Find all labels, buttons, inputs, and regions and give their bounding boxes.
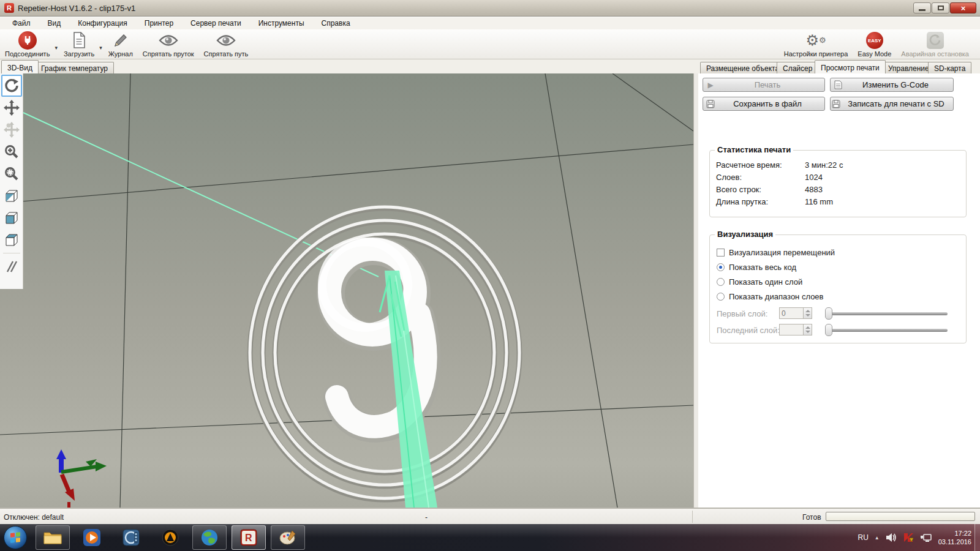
hide-travel-button[interactable]: Спрятать путь xyxy=(199,29,254,59)
taskbar-browser-button[interactable] xyxy=(192,525,227,550)
windows-logo-icon xyxy=(10,532,20,543)
connect-button[interactable]: Подсоединить xyxy=(0,29,55,59)
zoom-button[interactable] xyxy=(1,141,22,163)
edit-gcode-button[interactable]: Изменить G-Code xyxy=(830,78,954,92)
move-object-button[interactable] xyxy=(1,119,22,141)
tray-chevron-icon[interactable]: ▲ xyxy=(875,535,880,541)
tab-sd-card[interactable]: SD-карта xyxy=(928,62,971,74)
taskbar-explorer-button[interactable] xyxy=(36,525,70,550)
antivirus-icon[interactable]: ! xyxy=(903,532,914,543)
plug-icon xyxy=(18,31,37,50)
svg-text:!: ! xyxy=(911,538,911,542)
print-button[interactable]: ▶ Печать xyxy=(703,78,825,92)
last-layer-slider[interactable] xyxy=(825,324,948,336)
statistics-title: Статистика печати xyxy=(715,145,793,154)
show-layer-range-label: Показать диапазон слоев xyxy=(729,292,824,301)
show-all-code-radio[interactable] xyxy=(717,263,725,271)
show-all-code-label: Показать весь код xyxy=(729,263,796,272)
stat-value-filament: 116 mm xyxy=(805,197,833,206)
tab-control[interactable]: Управление xyxy=(882,62,935,74)
repetier-cube-icon: R xyxy=(239,528,258,547)
gears-icon: ⚙⚙ xyxy=(805,31,826,50)
rotate-view-button[interactable] xyxy=(1,75,22,97)
menu-config[interactable]: Конфигурация xyxy=(69,18,136,29)
fit-view-button[interactable] xyxy=(1,163,22,185)
load-button[interactable]: Загрузить xyxy=(59,29,99,59)
tab-temperature-graph[interactable]: График температур xyxy=(35,62,114,74)
slider-track xyxy=(830,312,948,315)
show-single-layer-radio[interactable] xyxy=(717,278,725,286)
show-desktop-button[interactable] xyxy=(974,524,980,551)
taskbar-media-player-button[interactable] xyxy=(75,525,109,550)
show-single-layer-label: Показать один слой xyxy=(729,277,802,287)
save-icon xyxy=(703,100,718,108)
menu-help[interactable]: Справка xyxy=(313,18,359,29)
minimize-icon xyxy=(919,9,925,11)
slider-thumb[interactable] xyxy=(825,307,832,320)
print-bed xyxy=(0,73,693,508)
parallel-projection-icon xyxy=(4,258,20,274)
move-view-button[interactable] xyxy=(1,97,22,119)
network-icon[interactable] xyxy=(920,532,932,543)
ready-status: Готов xyxy=(802,513,821,522)
menu-print-server[interactable]: Сервер печати xyxy=(182,18,250,29)
last-layer-spinner[interactable] xyxy=(804,324,812,335)
tab-row: 3D-Вид График температур Размещение объе… xyxy=(0,59,980,73)
tab-print-preview[interactable]: Просмотр печати xyxy=(815,60,886,73)
tab-object-placement[interactable]: Размещение объекта xyxy=(700,62,785,74)
panel-splitter[interactable] xyxy=(693,73,698,508)
menu-printer[interactable]: Принтер xyxy=(136,18,182,29)
last-layer-label: Последний слой: xyxy=(717,326,780,335)
log-button[interactable]: Журнал xyxy=(104,29,138,59)
status-separator xyxy=(692,511,693,523)
taskbar-media-classic-button[interactable] xyxy=(114,525,148,550)
minimize-button[interactable] xyxy=(913,2,931,13)
save-to-file-button[interactable]: Сохранить в файл xyxy=(703,97,825,111)
tray-time: 17:22 xyxy=(938,529,971,538)
stat-label-lines: Всего строк: xyxy=(716,185,761,194)
maximize-button[interactable] xyxy=(932,2,949,13)
document-icon xyxy=(72,31,86,50)
close-button[interactable]: × xyxy=(950,2,976,13)
tray-clock[interactable]: 17:22 03.11.2016 xyxy=(938,529,971,546)
toolbar-separator xyxy=(3,253,20,253)
last-layer-input[interactable] xyxy=(779,324,804,335)
start-button[interactable] xyxy=(4,526,27,549)
parallel-projection-button[interactable] xyxy=(1,255,22,277)
top-view-button[interactable] xyxy=(1,229,22,251)
menu-view[interactable]: Вид xyxy=(39,18,70,29)
front-view-button[interactable] xyxy=(1,207,22,229)
window-title: Repetier-Host V1.6.2 - clip175-v1 xyxy=(18,4,135,13)
first-layer-spinner[interactable] xyxy=(804,307,812,319)
sd-save-icon xyxy=(831,100,842,108)
show-travel-checkbox[interactable] xyxy=(717,249,725,257)
volume-icon[interactable] xyxy=(886,533,897,542)
top-cube-icon xyxy=(4,232,20,248)
visualization-title: Визуализация xyxy=(715,230,775,239)
first-layer-slider[interactable] xyxy=(825,307,948,320)
stat-label-filament: Длина прутка: xyxy=(716,197,768,206)
printer-settings-button[interactable]: ⚙⚙ Настройки принтера xyxy=(779,29,853,59)
easy-mode-button[interactable]: EASY Easy Mode xyxy=(853,29,896,59)
tab-slicer[interactable]: Слайсер xyxy=(777,62,818,74)
svg-text:R: R xyxy=(245,533,252,543)
taskbar-paint-button[interactable] xyxy=(271,525,305,550)
tab-3d-view[interactable]: 3D-Вид xyxy=(1,60,39,73)
menu-tools[interactable]: Инструменты xyxy=(250,18,313,29)
3d-viewport[interactable] xyxy=(0,73,693,508)
menu-bar: Файл Вид Конфигурация Принтер Сервер печ… xyxy=(0,17,980,29)
first-layer-input[interactable] xyxy=(779,307,804,319)
taskbar-aimp-button[interactable] xyxy=(153,525,187,550)
show-layer-range-radio[interactable] xyxy=(717,293,725,301)
title-bar: R Repetier-Host V1.6.2 - clip175-v1 × xyxy=(0,0,980,17)
hide-filament-button[interactable]: Спрятать пруток xyxy=(138,29,199,59)
stat-label-time: Расчетное время: xyxy=(716,160,782,170)
system-tray: RU ▲ ! 17:22 03.11.2016 xyxy=(858,524,971,551)
language-indicator[interactable]: RU xyxy=(858,533,868,542)
save-for-sd-button[interactable]: Записать для печати с SD xyxy=(830,97,954,111)
gcode-document-icon xyxy=(831,80,845,89)
taskbar-repetier-button[interactable]: R xyxy=(232,525,266,550)
isometric-view-button[interactable] xyxy=(1,185,22,207)
slider-thumb[interactable] xyxy=(825,324,832,336)
menu-file[interactable]: Файл xyxy=(4,18,39,29)
